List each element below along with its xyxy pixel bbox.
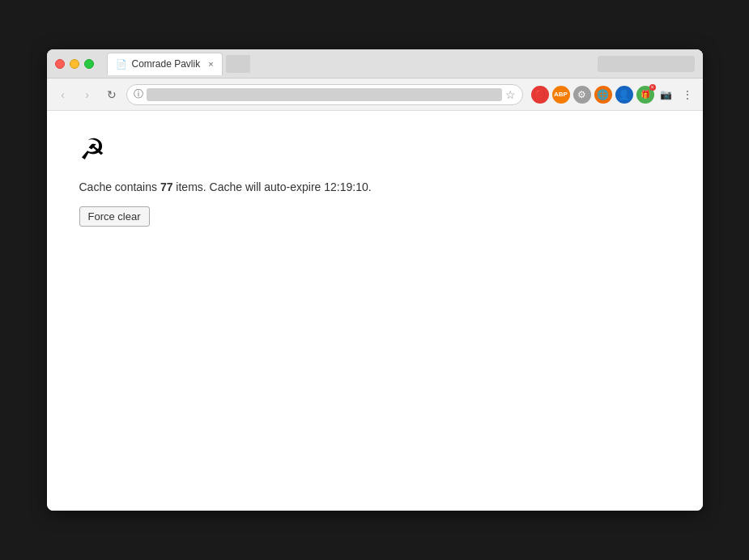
tab-title: Comrade Pavlik — [132, 58, 201, 70]
adblock-icon[interactable]: ABP — [552, 86, 570, 104]
extension-icon-3[interactable]: 🎁 × — [636, 86, 654, 104]
forward-button[interactable]: › — [78, 85, 97, 104]
reload-icon: ↻ — [107, 88, 117, 101]
cache-text-suffix: . — [368, 180, 372, 193]
bookmark-icon[interactable]: ☆ — [505, 88, 516, 101]
camera-icon[interactable]: 📷 — [658, 86, 675, 104]
forward-icon: › — [85, 88, 89, 101]
reload-button[interactable]: ↻ — [102, 85, 121, 104]
title-bar-spacer — [598, 56, 695, 72]
adblock-label: ABP — [554, 91, 568, 98]
tab-close-button[interactable]: × — [208, 59, 213, 69]
address-bar-wrapper: ⓘ ☆ — [126, 84, 523, 105]
cache-expire-time: 12:19:10 — [324, 180, 368, 193]
settings-icon[interactable]: ⚙ — [573, 86, 591, 104]
force-clear-label: Force clear — [88, 210, 141, 223]
back-icon: ‹ — [61, 88, 65, 101]
title-bar: 📄 Comrade Pavlik × — [47, 49, 703, 78]
cache-text-prefix: Cache contains — [79, 180, 160, 193]
nav-bar: ‹ › ↻ ⓘ ☆ 🚫 ABP ⚙ 🌐 👤 🎁 × 📷 ⋮ — [47, 78, 703, 111]
new-tab-button[interactable] — [226, 55, 250, 73]
page-content: ☭ Cache contains 77 items. Cache will au… — [47, 111, 703, 511]
menu-icon[interactable]: ⋮ — [679, 86, 696, 104]
active-tab[interactable]: 📄 Comrade Pavlik × — [107, 53, 223, 75]
info-icon: ⓘ — [134, 87, 143, 101]
browser-window: 📄 Comrade Pavlik × ‹ › ↻ ⓘ ☆ 🚫 ABP — [47, 49, 703, 511]
toolbar-icons: 🚫 ABP ⚙ 🌐 👤 🎁 × 📷 ⋮ — [531, 86, 696, 104]
cache-count: 77 — [160, 180, 173, 193]
minimize-button[interactable] — [70, 59, 79, 69]
extension-icon-1[interactable]: 🌐 — [594, 86, 612, 104]
tab-page-icon: 📄 — [116, 59, 127, 70]
force-clear-button[interactable]: Force clear — [79, 206, 150, 227]
tabs-area: 📄 Comrade Pavlik × — [99, 53, 593, 75]
logo-symbol: ☭ — [79, 133, 105, 166]
cache-text-middle: items. Cache will auto-expire — [172, 180, 324, 193]
close-button[interactable] — [55, 59, 65, 69]
no-script-icon[interactable]: 🚫 — [531, 86, 549, 104]
extension-icon-2[interactable]: 👤 — [615, 86, 633, 104]
address-input[interactable] — [147, 88, 502, 101]
back-button[interactable]: ‹ — [53, 85, 73, 104]
maximize-button[interactable] — [84, 59, 94, 69]
page-logo: ☭ — [79, 135, 670, 164]
cache-info-text: Cache contains 77 items. Cache will auto… — [79, 180, 670, 193]
